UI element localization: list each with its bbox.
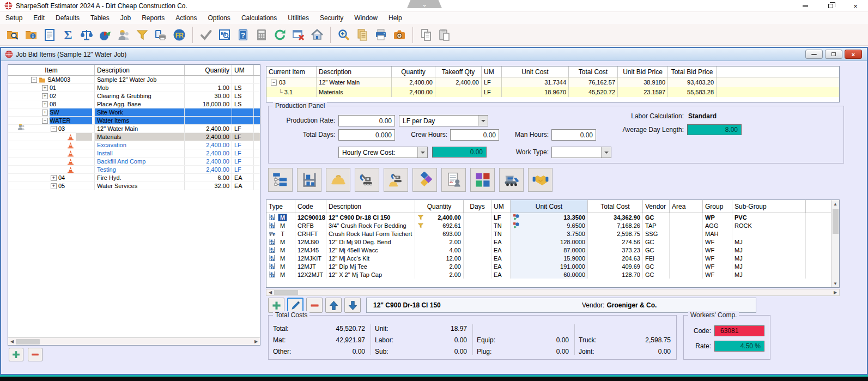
refresh-button[interactable]: [272, 27, 288, 43]
col-header-total-bid-price[interactable]: Total Bid Price: [668, 66, 717, 77]
detail-row[interactable]: M12MJKIT12" Mj Acc's Kit12.00EA15.900020…: [266, 254, 831, 262]
chevron-down-icon[interactable]: [417, 147, 427, 158]
scroll-up-icon[interactable]: ▲: [831, 200, 839, 208]
tree-row[interactable]: +05Water Services32.00EA: [8, 182, 260, 190]
edit-cost-item-button[interactable]: [287, 298, 304, 313]
detail-row[interactable]: M12MJ9012" Di Mj 90 Deg. Bend2.00EA128.0…: [266, 238, 831, 246]
col-header-code[interactable]: Code: [295, 200, 326, 213]
scrollbar-thumb[interactable]: [833, 209, 839, 234]
crew-hours-input[interactable]: [450, 129, 499, 141]
collapse-icon[interactable]: −: [42, 118, 48, 124]
col-header-unit-cost[interactable]: Unit Cost: [502, 66, 569, 77]
col-header-days[interactable]: Days: [464, 200, 491, 213]
detail-row[interactable]: M12X2MJT12" X 2" Mj Tap Cap2.00EA60.0000…: [266, 270, 831, 279]
detail-row[interactable]: M12C9001812" C900 Dr-18 Cl 1502,400.00LF…: [266, 213, 831, 221]
col-header-vendor[interactable]: Vendor: [643, 200, 670, 213]
col-header-quantity[interactable]: Quantity: [415, 200, 464, 213]
col-header-unit-cost[interactable]: Unit Cost: [511, 200, 588, 213]
report-book-button[interactable]: [153, 27, 168, 43]
detail-row[interactable]: TCRHFTCrush Rock Haul Form Teichert693.0…: [266, 229, 831, 238]
delete-cost-item-button[interactable]: [306, 298, 323, 313]
collapse-icon[interactable]: −: [271, 80, 277, 86]
close-window-button[interactable]: [291, 27, 306, 43]
menu-help[interactable]: Help: [383, 12, 408, 24]
expand-icon[interactable]: +: [42, 85, 48, 91]
scroll-left-icon[interactable]: ◀: [8, 338, 16, 346]
menu-calculations[interactable]: Calculations: [236, 12, 282, 24]
materials-rack-button[interactable]: [297, 168, 321, 192]
menu-defaults[interactable]: Defaults: [50, 12, 85, 24]
scrollbar-thumb[interactable]: [274, 290, 298, 295]
col-header-quantity[interactable]: Quantity: [392, 66, 435, 77]
menu-options[interactable]: Options: [203, 12, 236, 24]
tree-row[interactable]: +04Fire Hyd.6.00EA: [8, 174, 260, 182]
scroll-right-icon[interactable]: ▶: [831, 290, 839, 295]
expand-icon[interactable]: +: [42, 93, 48, 99]
window-restore-button[interactable]: [818, 0, 843, 12]
vendors-handshake-button[interactable]: [528, 168, 553, 192]
snapshot-camera-button[interactable]: [392, 27, 407, 43]
col-header-quantity[interactable]: Quantity: [185, 65, 232, 75]
trucking-dumptruck-button[interactable]: [499, 168, 524, 192]
col-header-um[interactable]: UM: [232, 65, 254, 75]
window-minimize-button[interactable]: [793, 0, 818, 12]
expand-icon[interactable]: +: [51, 175, 57, 181]
chevron-down-icon[interactable]: [601, 147, 611, 158]
expand-icon[interactable]: +: [42, 101, 48, 107]
move-down-button[interactable]: [344, 298, 361, 313]
preview-button[interactable]: EQ: [217, 27, 232, 43]
add-cost-item-button[interactable]: [268, 298, 284, 313]
current-item-row[interactable]: −0312" Water Main2,400.002,400.00LF31.73…: [266, 77, 839, 87]
expand-icon[interactable]: +: [51, 183, 57, 189]
hourly-crew-cost-select[interactable]: Hourly Crew Cost:: [338, 147, 428, 158]
paste-button[interactable]: [437, 27, 452, 43]
current-item-row[interactable]: └3.1Materials2,400.00LF18.967045,520.722…: [266, 87, 839, 97]
menu-utilities[interactable]: Utilities: [282, 12, 314, 24]
analysis-pie-button[interactable]: [98, 27, 113, 43]
remove-bid-item-button[interactable]: [28, 348, 43, 361]
foreman-report-button[interactable]: FR: [172, 27, 187, 43]
scrollbar-thumb[interactable]: [16, 339, 40, 344]
rate-unit-select[interactable]: LF per Day: [399, 115, 488, 126]
col-header-sub-group[interactable]: Sub-Group: [732, 200, 806, 213]
tree-row[interactable]: Backfill And Comp2,400.00LF: [8, 158, 260, 166]
tree-row[interactable]: +SWSite Work: [8, 108, 260, 117]
col-header-total-cost[interactable]: Total Cost: [588, 200, 643, 213]
zoom-in-button[interactable]: [336, 27, 351, 43]
approve-check-button[interactable]: [198, 27, 214, 43]
work-type-select[interactable]: [551, 147, 611, 158]
labor-hardhat-button[interactable]: [326, 168, 350, 192]
chevron-down-icon[interactable]: [478, 116, 488, 126]
tree-row[interactable]: Materials2,400.00LF: [8, 133, 260, 141]
mdi-close-button[interactable]: ×: [845, 50, 862, 59]
copy-button[interactable]: [418, 27, 434, 43]
menu-tables[interactable]: Tables: [85, 12, 115, 24]
tree-row[interactable]: +08Place Agg. Base18,000.00LS: [8, 100, 260, 108]
menu-job[interactable]: Job: [115, 12, 136, 24]
report-pages-button[interactable]: [355, 27, 370, 43]
total-days-input[interactable]: [338, 129, 395, 141]
tree-row[interactable]: −SAM003Sample 12" Water Job: [8, 76, 260, 84]
menu-actions[interactable]: Actions: [170, 12, 202, 24]
crews-diamonds-button[interactable]: [412, 168, 437, 192]
crew-button[interactable]: [116, 27, 131, 43]
scroll-left-icon[interactable]: ◀: [266, 290, 274, 295]
equipment-excavator-button[interactable]: [355, 168, 379, 192]
col-header-description[interactable]: Description: [317, 66, 392, 77]
col-header-um[interactable]: UM: [491, 200, 511, 213]
job-info-button[interactable]: [23, 27, 39, 43]
col-header-area[interactable]: Area: [670, 200, 703, 213]
window-close-button[interactable]: ×: [843, 0, 868, 12]
expand-icon[interactable]: +: [42, 110, 48, 116]
print-button[interactable]: [373, 27, 389, 43]
col-header-type[interactable]: Type: [266, 200, 295, 213]
scroll-down-icon[interactable]: ▼: [831, 280, 839, 287]
tree-row[interactable]: −WATERWater Items: [8, 117, 260, 125]
add-bid-item-button[interactable]: [9, 348, 23, 361]
summary-sigma-button[interactable]: Σ: [60, 27, 76, 43]
equipment-labor-button[interactable]: [384, 168, 408, 192]
job-open-button[interactable]: [5, 27, 20, 43]
menu-setup[interactable]: Setup: [0, 12, 28, 24]
detail-horizontal-scrollbar[interactable]: ◀ ▶: [266, 289, 840, 296]
mdi-restore-button[interactable]: [825, 50, 842, 59]
